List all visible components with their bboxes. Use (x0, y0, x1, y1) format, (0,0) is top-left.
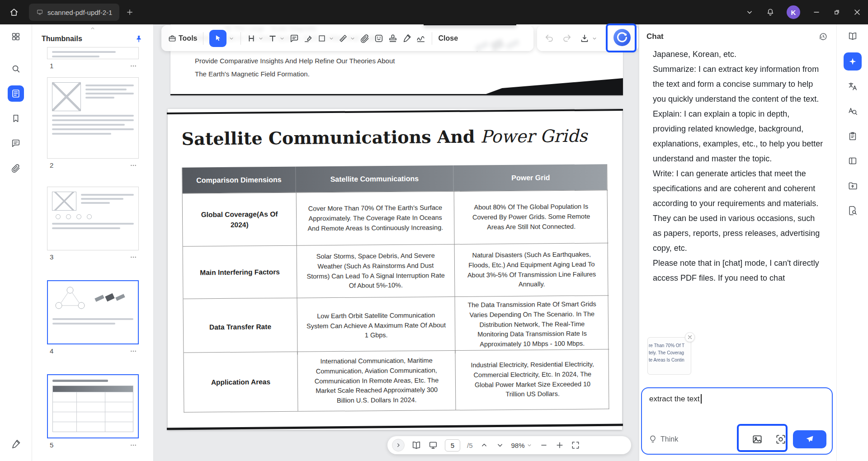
expand-panel-button[interactable] (392, 439, 405, 452)
tab-title: scanned-pdf-updf-2-1 (47, 9, 112, 16)
stamp-tool[interactable] (388, 33, 398, 43)
home-icon[interactable] (9, 7, 19, 17)
thumbnail-preview[interactable] (47, 77, 139, 159)
pen-nib-icon (402, 33, 412, 43)
think-icon (648, 435, 657, 444)
previous-page-icon[interactable] (480, 441, 489, 450)
avatar[interactable]: K (787, 5, 800, 19)
thumbnail-preview[interactable] (47, 374, 139, 438)
screenshot-capture-icon[interactable] (775, 433, 787, 445)
thumbnail-item-1[interactable]: 1 (47, 47, 139, 70)
minimize-button[interactable] (812, 8, 821, 17)
ocr-text-recognize-icon[interactable] (843, 101, 863, 121)
next-page-icon[interactable] (495, 441, 505, 450)
undo-icon[interactable] (544, 33, 554, 43)
save-button[interactable] (580, 33, 598, 43)
reader-mode-icon[interactable] (843, 26, 863, 46)
app-window: scanned-pdf-updf-2-1 K Thumbnails (0, 0, 868, 461)
chevron-down-icon[interactable] (591, 35, 598, 42)
save-icon (580, 33, 590, 43)
chat-message-area[interactable]: Japanese, Korean, etc. Summarize: I can … (639, 50, 836, 330)
square-icon (317, 34, 326, 43)
tools-button[interactable]: Tools (168, 34, 197, 43)
page-menu-icon[interactable] (130, 442, 137, 449)
highlighter-tool[interactable] (303, 33, 313, 43)
page-menu-icon[interactable] (130, 162, 137, 169)
chevron-down-icon[interactable] (228, 35, 235, 42)
chat-message-text: Explain: I can explain a topic in depth,… (653, 107, 825, 166)
notifications-icon[interactable] (766, 8, 775, 17)
sticker-tool[interactable] (374, 33, 384, 43)
restore-button[interactable] (833, 8, 841, 16)
layout-columns-icon[interactable] (843, 151, 863, 171)
thumbnail-item-4[interactable]: 4 (47, 280, 139, 355)
table-header-cell: Satellite Communications (296, 165, 453, 193)
comment-icon[interactable] (6, 133, 26, 153)
sidebar-item-thumbnails-active[interactable] (6, 84, 26, 103)
think-label: Think (660, 435, 678, 443)
remove-attachment-icon[interactable] (685, 332, 695, 342)
reading-mode-icon[interactable] (411, 440, 421, 450)
document-tab[interactable]: scanned-pdf-updf-2-1 (29, 4, 119, 21)
send-button[interactable] (793, 430, 826, 448)
table-cell: Natural Disasters (Such As Earthquakes, … (454, 243, 609, 296)
table-cell: Data Transfer Rate (183, 298, 297, 356)
page-menu-icon[interactable] (130, 348, 137, 355)
zoom-dropdown[interactable]: 98% (511, 442, 533, 449)
chat-input[interactable]: extract the text (649, 395, 700, 404)
attachment-icon[interactable] (6, 158, 26, 178)
thumbnails-panel[interactable]: Thumbnails 1 2 (32, 24, 154, 461)
shape-tool[interactable] (317, 34, 335, 43)
chevron-down-icon[interactable] (279, 35, 285, 42)
chevron-down-icon[interactable] (258, 35, 264, 42)
search-icon[interactable] (6, 59, 26, 79)
header-footer-tool[interactable] (247, 34, 264, 43)
text-tool[interactable] (268, 34, 285, 43)
thumbnail-item-2[interactable]: 2 (47, 77, 139, 169)
freehand-signature-tool[interactable] (416, 33, 426, 43)
thumbnail-preview[interactable] (47, 187, 139, 250)
close-tools-button[interactable]: Close (438, 34, 458, 42)
chevron-down-icon[interactable] (349, 35, 356, 42)
thumbnail-preview[interactable] (47, 280, 139, 344)
apps-grid-icon[interactable] (6, 27, 26, 47)
export-icon[interactable] (843, 176, 863, 196)
page-menu-icon[interactable] (130, 62, 137, 70)
signature-tool[interactable] (402, 33, 412, 43)
thumbnail-preview[interactable] (47, 47, 139, 59)
measure-tool[interactable] (339, 34, 356, 43)
think-toggle[interactable]: Think (648, 435, 678, 444)
collapse-toolbar-icon[interactable] (745, 8, 754, 17)
bookmark-icon[interactable] (6, 108, 26, 128)
attach-file-tool[interactable] (360, 33, 370, 43)
fit-screen-icon[interactable] (571, 441, 580, 450)
document-search-icon[interactable] (843, 201, 863, 221)
ai-assistant-tab-active[interactable] (843, 52, 863, 71)
thumbnail-item-5[interactable]: 5 (47, 374, 139, 449)
page-number-input[interactable]: 5 (445, 439, 460, 452)
zoom-in-icon[interactable] (555, 441, 564, 450)
chat-input-box[interactable]: extract the text Think (641, 387, 833, 455)
select-tool-active[interactable] (209, 30, 235, 47)
thumbnail-item-3[interactable]: 3 (47, 187, 139, 261)
signature-pen-icon[interactable] (6, 434, 26, 454)
presentation-mode-icon[interactable] (428, 440, 438, 450)
chat-history-icon[interactable] (818, 32, 828, 42)
zoom-out-icon[interactable] (539, 441, 548, 450)
comment-tool[interactable] (289, 33, 299, 43)
new-tab-button[interactable] (126, 8, 134, 16)
attachment-preview[interactable]: re Than 70% Of T tely. The Coverag te Ar… (647, 337, 691, 375)
ai-assistant-button[interactable] (613, 28, 631, 48)
chat-message-text: Write: I can generate articles that meet… (653, 166, 825, 256)
chevron-down-icon[interactable] (328, 35, 335, 42)
marker-icon (303, 33, 313, 43)
document-canvas[interactable]: To The Large - Scale Magnetic Other Plan… (154, 24, 639, 461)
close-window-button[interactable] (853, 8, 862, 17)
translate-icon[interactable] (843, 76, 863, 96)
page-menu-icon[interactable] (130, 254, 137, 261)
form-field-icon[interactable] (843, 126, 863, 146)
redo-icon[interactable] (562, 33, 572, 43)
page-text-line: The Earth's Magnetic Field Formation. (195, 70, 310, 78)
add-image-icon[interactable] (751, 433, 763, 445)
pin-icon[interactable] (134, 34, 143, 43)
